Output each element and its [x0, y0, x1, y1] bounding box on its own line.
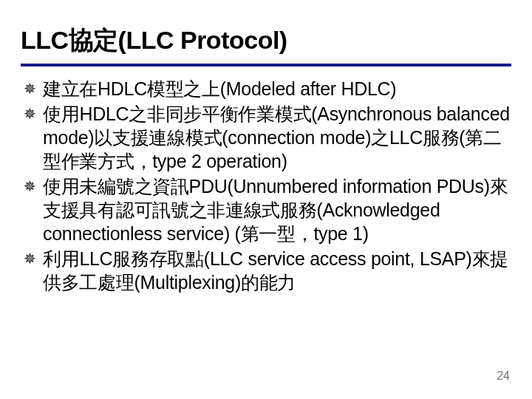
bullet-text: 利用LLC服務存取點(LLC service access point, LSA… [43, 248, 508, 293]
list-item: ✵ 建立在HDLC模型之上(Modeled after HDLC) [21, 77, 511, 100]
bullet-icon: ✵ [24, 105, 36, 124]
list-item: ✵ 使用HDLC之非同步平衡作業模式(Asynchronous balanced… [21, 102, 511, 173]
list-item: ✵ 利用LLC服務存取點(LLC service access point, L… [21, 247, 511, 294]
bullet-icon: ✵ [24, 80, 36, 99]
bullet-list: ✵ 建立在HDLC模型之上(Modeled after HDLC) ✵ 使用HD… [21, 77, 511, 294]
bullet-icon: ✵ [24, 177, 36, 197]
slide-title: LLC協定(LLC Protocol) [21, 24, 511, 58]
bullet-icon: ✵ [24, 250, 36, 269]
bullet-text: 建立在HDLC模型之上(Modeled after HDLC) [43, 78, 396, 99]
bullet-text: 使用HDLC之非同步平衡作業模式(Asynchronous balanced m… [43, 103, 510, 171]
page-number: 24 [497, 369, 510, 383]
title-underline [21, 64, 511, 66]
list-item: ✵ 使用未編號之資訊PDU(Unnumbered information PDU… [21, 174, 511, 245]
bullet-text: 使用未編號之資訊PDU(Unnumbered information PDUs)… [43, 176, 508, 244]
